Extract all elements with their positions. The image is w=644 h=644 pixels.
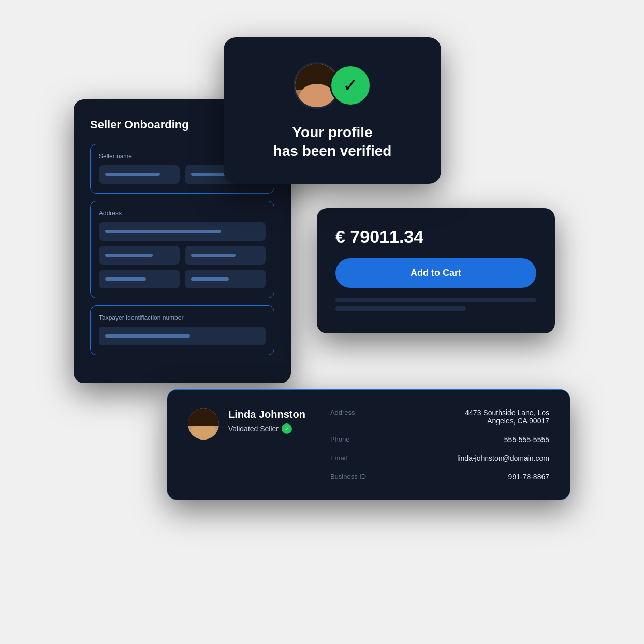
address-detail-label: Address	[330, 408, 432, 416]
seller-name: Linda Johnston	[228, 408, 305, 420]
validated-badge: Validated Seller ✓	[228, 423, 305, 434]
state-input[interactable]	[185, 246, 266, 265]
address-section: Address	[90, 201, 274, 298]
street-input[interactable]	[99, 222, 266, 241]
seller-avatar	[188, 408, 219, 440]
validated-label: Validated Seller	[228, 425, 279, 433]
phone-value-row: 555-555-5555	[447, 435, 549, 444]
check-icon: ✓	[282, 423, 292, 434]
business-id-detail: Business ID	[330, 473, 432, 481]
email-detail: Email	[330, 454, 432, 462]
avatar-group: ✓	[244, 62, 420, 109]
business-id-value: 991-78-8867	[447, 473, 549, 481]
seller-details: Address 4473 Southside Lane, Los Angeles…	[330, 408, 549, 481]
email-detail-label: Email	[330, 454, 432, 462]
seller-identity: Linda Johnston Validated Seller ✓	[188, 408, 305, 481]
phone-detail-label: Phone	[330, 435, 432, 443]
taxpayer-section: Taxpayer Identifiaction number	[90, 305, 274, 355]
product-bar-1	[335, 298, 536, 302]
business-id-label: Business ID	[330, 473, 432, 480]
address-detail-value: 4473 Southside Lane, Los Angeles, CA 900…	[447, 408, 549, 425]
taxpayer-input[interactable]	[99, 327, 266, 345]
verified-badge: ✓	[330, 65, 371, 106]
business-id-value-row: 991-78-8867	[447, 473, 549, 481]
seller-avatar-hair	[188, 408, 219, 426]
zip-input[interactable]	[99, 270, 180, 288]
address-detail: Address	[330, 408, 432, 425]
address-label: Address	[99, 210, 266, 217]
verified-message: Your profile has been verified	[244, 123, 420, 161]
seller-card: Linda Johnston Validated Seller ✓ Addres…	[167, 389, 570, 500]
country-input[interactable]	[185, 270, 266, 288]
product-bar-2	[335, 306, 466, 311]
product-card: € 79011.34 Add to Cart	[317, 208, 555, 333]
email-value-row: linda-johnston@domain.com	[447, 454, 549, 462]
first-name-input[interactable]	[99, 165, 180, 184]
phone-detail-value: 555-555-5555	[447, 435, 549, 444]
product-price: € 79011.34	[335, 227, 536, 247]
verified-card: ✓ Your profile has been verified	[224, 37, 441, 184]
email-detail-value: linda-johnston@domain.com	[447, 454, 549, 462]
city-input[interactable]	[99, 246, 180, 265]
shield-check-icon: ✓	[343, 75, 358, 96]
address-value-row: 4473 Southside Lane, Los Angeles, CA 900…	[447, 408, 549, 425]
add-to-cart-button[interactable]: Add to Cart	[335, 258, 536, 288]
taxpayer-label: Taxpayer Identifiaction number	[99, 314, 266, 321]
phone-detail: Phone	[330, 435, 432, 444]
seller-info: Linda Johnston Validated Seller ✓	[228, 408, 305, 434]
